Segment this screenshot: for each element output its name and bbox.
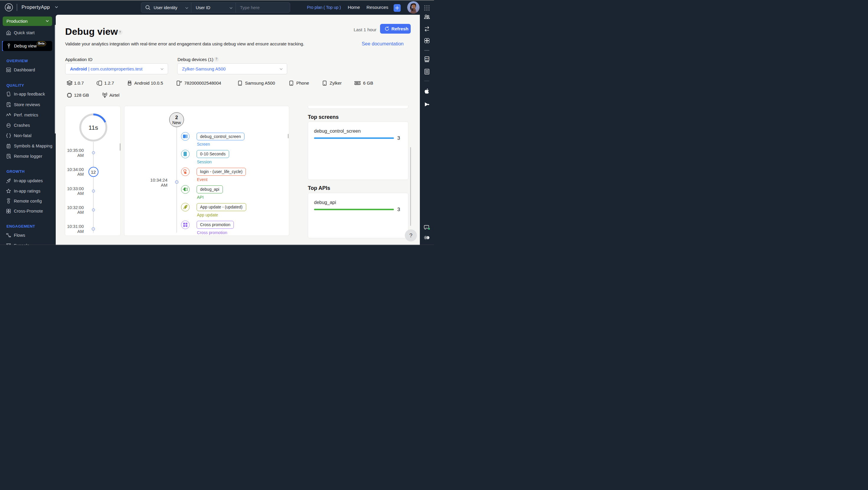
svg-text:A-Z: A-Z [426,58,429,60]
svg-text:11s: 11s [89,124,98,131]
